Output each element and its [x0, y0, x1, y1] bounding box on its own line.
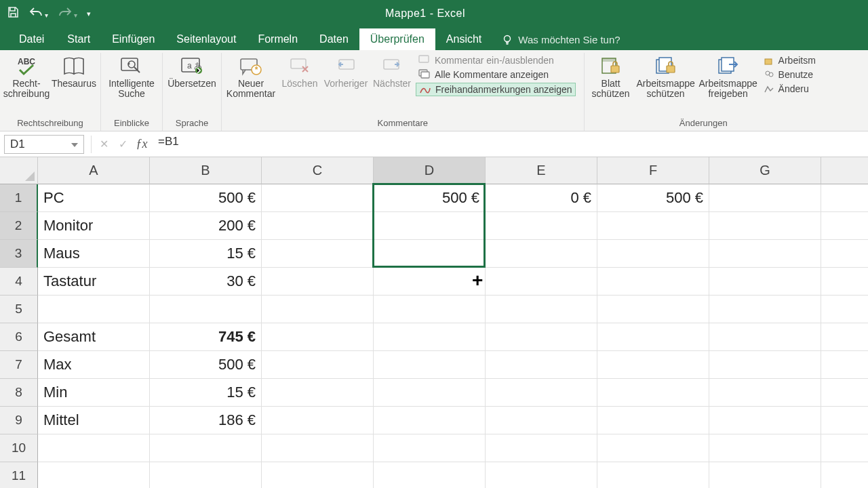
cell[interactable]	[486, 296, 597, 323]
cell[interactable]	[821, 407, 868, 434]
cell[interactable]	[38, 434, 150, 462]
cell[interactable]: 186 €	[150, 407, 262, 434]
row-header-6[interactable]: 6	[0, 323, 38, 351]
cell[interactable]	[709, 323, 821, 351]
cell[interactable]	[709, 212, 821, 240]
protect-share-small[interactable]: Arbeitsm	[761, 54, 818, 66]
cell[interactable]	[150, 434, 262, 462]
col-header-F[interactable]: F	[597, 157, 709, 184]
cell[interactable]	[38, 296, 150, 323]
show-ink-button[interactable]: Freihandanmerkungen anzeigen	[416, 83, 576, 96]
cell[interactable]	[486, 407, 597, 434]
col-header-A[interactable]: A	[38, 157, 150, 184]
next-comment-button[interactable]: Nächster	[371, 53, 413, 89]
file-tab[interactable]: Datei	[7, 28, 56, 50]
show-all-comments-button[interactable]: Alle Kommentare anzeigen	[416, 68, 576, 81]
formula-input[interactable]: =B1	[151, 135, 868, 154]
cell[interactable]	[374, 462, 486, 488]
cell[interactable]: 500 €	[150, 351, 262, 379]
cell[interactable]	[262, 212, 374, 240]
save-icon[interactable]	[7, 6, 19, 21]
cell[interactable]	[486, 379, 597, 407]
cell[interactable]	[486, 351, 597, 379]
cell[interactable]: 15 €	[150, 379, 262, 407]
cell[interactable]	[597, 407, 709, 434]
share-workbook-button[interactable]: Arbeitsmappefreigeben	[698, 53, 758, 100]
col-header-B[interactable]: B	[150, 157, 262, 184]
cell[interactable]	[709, 296, 821, 323]
tab-seitenlayout[interactable]: Seitenlayout	[165, 28, 247, 50]
cell[interactable]	[374, 434, 486, 462]
cell[interactable]: Tastatur	[38, 268, 150, 296]
row-header-7[interactable]: 7	[0, 351, 38, 379]
cell[interactable]	[38, 462, 150, 488]
cell[interactable]	[262, 351, 374, 379]
cell[interactable]: 500 €	[597, 184, 709, 212]
spellcheck-button[interactable]: ABC Recht-schreibung	[4, 53, 49, 100]
delete-comment-button[interactable]: Löschen	[279, 53, 321, 89]
cell[interactable]: 500 €	[374, 184, 486, 212]
col-header-G[interactable]: G	[709, 157, 821, 184]
cell[interactable]	[262, 184, 374, 212]
name-box[interactable]: D1	[4, 135, 84, 154]
cell[interactable]	[262, 379, 374, 407]
cell[interactable]	[374, 323, 486, 351]
new-comment-button[interactable]: * NeuerKommentar	[226, 53, 276, 100]
col-header-D[interactable]: D	[374, 157, 486, 184]
cell[interactable]	[821, 212, 868, 240]
select-all-corner[interactable]	[0, 157, 38, 184]
tab-formeln[interactable]: Formeln	[247, 28, 309, 50]
row-header-3[interactable]: 3	[0, 240, 38, 268]
cell[interactable]	[821, 240, 868, 268]
tab-daten[interactable]: Daten	[309, 28, 359, 50]
cell[interactable]	[709, 462, 821, 488]
cell[interactable]: 500 €	[150, 184, 262, 212]
thesaurus-button[interactable]: Thesaurus	[52, 53, 96, 89]
cell[interactable]	[709, 268, 821, 296]
cell[interactable]	[597, 296, 709, 323]
undo-icon[interactable]: ▾	[28, 7, 48, 20]
cell[interactable]	[709, 434, 821, 462]
cell[interactable]	[262, 462, 374, 488]
cell[interactable]	[821, 462, 868, 488]
row-header-1[interactable]: 1	[0, 184, 38, 212]
cell[interactable]	[486, 434, 597, 462]
cell[interactable]	[821, 351, 868, 379]
cell[interactable]	[486, 323, 597, 351]
cell[interactable]	[374, 351, 486, 379]
cell[interactable]	[597, 212, 709, 240]
cell[interactable]	[821, 434, 868, 462]
cell[interactable]	[262, 268, 374, 296]
prev-comment-button[interactable]: Vorheriger	[323, 53, 368, 89]
cell[interactable]	[709, 184, 821, 212]
cell[interactable]	[821, 296, 868, 323]
row-header-9[interactable]: 9	[0, 407, 38, 434]
cell[interactable]	[262, 240, 374, 268]
cell[interactable]: 30 €	[150, 268, 262, 296]
cell[interactable]: Monitor	[38, 212, 150, 240]
cell[interactable]	[262, 407, 374, 434]
cell[interactable]: 745 €	[150, 323, 262, 351]
cell[interactable]	[597, 434, 709, 462]
row-header-10[interactable]: 10	[0, 434, 38, 462]
tab-start[interactable]: Start	[56, 28, 101, 50]
cell[interactable]	[597, 351, 709, 379]
cell[interactable]: Maus	[38, 240, 150, 268]
cell[interactable]	[374, 212, 486, 240]
cell[interactable]	[709, 240, 821, 268]
cell[interactable]	[821, 184, 868, 212]
smart-lookup-button[interactable]: IntelligenteSuche	[105, 53, 158, 100]
cell[interactable]: Gesamt	[38, 323, 150, 351]
cell[interactable]	[262, 434, 374, 462]
cell[interactable]	[262, 323, 374, 351]
protect-workbook-button[interactable]: Arbeitsmappeschützen	[636, 53, 696, 100]
cell[interactable]	[486, 212, 597, 240]
cell[interactable]: 200 €	[150, 212, 262, 240]
row-header-4[interactable]: 4	[0, 268, 38, 296]
tell-me[interactable]: Was möchten Sie tun?	[492, 29, 629, 50]
cell[interactable]: 0 €	[486, 184, 597, 212]
cell[interactable]	[374, 296, 486, 323]
cell[interactable]	[374, 240, 486, 268]
cell[interactable]	[262, 296, 374, 323]
row-header-2[interactable]: 2	[0, 212, 38, 240]
